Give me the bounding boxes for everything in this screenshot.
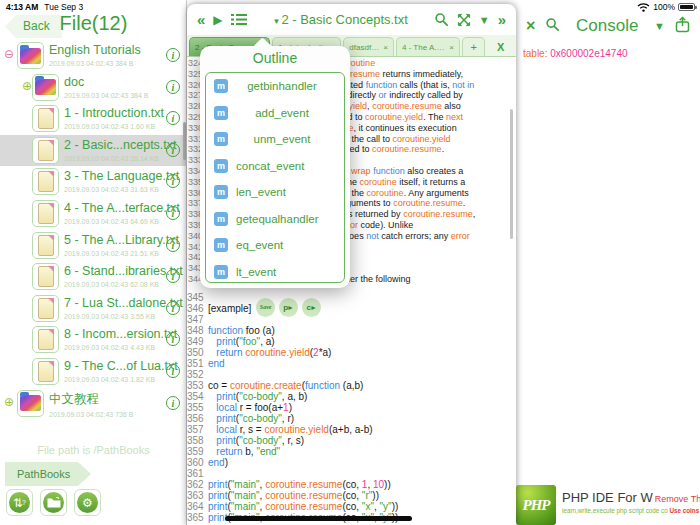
new-tab-button[interactable]: + [462, 37, 485, 56]
info-icon[interactable]: i [166, 396, 180, 410]
collapse-node-icon[interactable]: ⊖ [4, 48, 14, 60]
close-icon[interactable]: × [526, 18, 535, 34]
file-list-item[interactable]: 4 - The A...terface.txt2019.09.03 04:02:… [0, 198, 187, 230]
line-number: 355 [187, 402, 208, 413]
line-text: function foo (a) [208, 325, 275, 336]
app-screen: 4:13 AMTue Sep 3 Back File(12) ⊖English … [0, 0, 700, 525]
run-script-icon[interactable]: ▶ [213, 13, 222, 27]
search-icon[interactable] [434, 12, 449, 27]
status-date: Tue Sep 3 [44, 2, 83, 12]
file-list-item[interactable]: ⊕doc2019.09.03 04:02:43 384 Bi [0, 72, 187, 104]
expand-icon[interactable] [457, 13, 471, 27]
expand-node-icon[interactable]: ⊕ [22, 80, 32, 92]
expand-node-icon[interactable]: ⊕ [4, 396, 14, 408]
tab-label: dfasdf.lua [349, 43, 379, 52]
tab-close-icon[interactable]: × [383, 43, 388, 52]
settings-button[interactable]: ⚙ [74, 489, 101, 516]
line-text: print("foo", a) [208, 336, 275, 347]
file-list-item[interactable]: 6 - Stand...ibraries.txt2019.09.03 04:02… [0, 261, 187, 293]
file-name: doc [64, 75, 148, 89]
tab-close-icon[interactable]: × [449, 43, 454, 52]
line-number: 358 [187, 435, 208, 446]
line-number: 357 [187, 424, 208, 435]
file-list-item[interactable]: 5 - The A...Library.txt2019.09.03 04:02:… [0, 230, 187, 262]
info-icon[interactable]: i [166, 364, 180, 378]
sidebar-scrollbar[interactable] [183, 122, 186, 160]
outline-item[interactable]: mlen_event [206, 179, 344, 206]
editor-tab[interactable]: 4 - The A...nts× [396, 37, 460, 56]
file-meta: 2019.09.03 04:02:43 64.69 KB [64, 218, 180, 225]
line-number: 365 [187, 512, 208, 523]
example-save-button[interactable]: Save [256, 298, 275, 317]
file-list-item[interactable]: 8 - Incom...ersion.txt2019.09.03 04:02:4… [0, 324, 187, 356]
outline-item[interactable]: mgetequalhandler [206, 206, 344, 233]
outline-item[interactable]: mgetbinhandler [206, 73, 344, 100]
current-file-dropdown[interactable]: ▼2 - Basic Concepts.txt [255, 12, 426, 27]
info-icon[interactable]: i [166, 301, 180, 315]
info-icon[interactable]: i [166, 206, 180, 220]
editor-line: 347 [187, 314, 516, 325]
console-filter-icon[interactable]: ▼ [654, 20, 665, 32]
outline-item[interactable]: munm_event [206, 126, 344, 153]
line-text: local r, s = coroutine.yield(a+b, a-b) [208, 424, 373, 435]
info-icon[interactable]: i [166, 48, 180, 62]
outline-item[interactable]: mconcat_event [206, 153, 344, 180]
info-icon[interactable]: i [166, 143, 180, 157]
editor-tab[interactable]: dfasdf.lua× [343, 37, 394, 56]
info-icon[interactable]: i [166, 80, 180, 94]
info-icon[interactable]: i [166, 111, 180, 125]
open-folder-button[interactable] [40, 489, 67, 516]
console-line: table: 0x600002e14740 [523, 48, 628, 59]
folder-icon [17, 390, 44, 417]
file-icon [32, 263, 59, 290]
remove-ads-link[interactable]: Remove The Ads [655, 494, 700, 504]
home-indicator[interactable] [225, 516, 412, 521]
example-run-coroutine-button[interactable]: c► [302, 298, 321, 317]
file-list-item[interactable]: ⊖English Tutorials2019.09.03 04:02:43 38… [0, 40, 187, 72]
editor-line: 354 print("co-body", a, b) [187, 391, 516, 402]
editor-line: 350 return coroutine.yield(2*a) [187, 347, 516, 358]
collapse-right-icon[interactable]: » [498, 11, 506, 28]
use-coins-link[interactable]: Use coins to remove ads [669, 507, 700, 514]
line-text: print("co-body", r) [208, 413, 294, 424]
status-bar-right: 100% [637, 2, 695, 12]
editor-line: 364print("main", coroutine.resume(co, "x… [187, 501, 516, 512]
folder-icon [43, 492, 64, 513]
file-icon [32, 105, 59, 132]
file-list-item[interactable]: 2 - Basic...ncepts.txt2019.09.03 04:02:4… [0, 135, 187, 167]
editor-line: 353co = coroutine.create(function (a,b) [187, 380, 516, 391]
outline-icon[interactable] [231, 13, 247, 26]
line-text: print("main", coroutine.resume(co, "r")) [208, 490, 379, 501]
pathbooks-breadcrumb[interactable]: PathBooks [5, 462, 91, 486]
sort-button[interactable]: ⇅? [6, 489, 33, 516]
info-icon[interactable]: i [166, 238, 180, 252]
file-list-item[interactable]: 3 - The Language.txt2019.09.03 04:02:43 … [0, 166, 187, 198]
file-meta: 2019.09.03 04:02:43 21.51 KB [64, 250, 179, 257]
outline-item[interactable]: mlt_event [206, 259, 344, 284]
method-badge-icon: m [214, 238, 228, 252]
share-icon[interactable] [675, 16, 690, 37]
editor-line: 346[example] Savep►c► [187, 303, 516, 314]
file-list-item[interactable]: 9 - The C...of Lua.txt2019.09.03 04:02:4… [0, 356, 187, 388]
method-badge-icon: m [214, 132, 228, 146]
line-number: 346 [187, 303, 208, 314]
close-all-tabs-button[interactable]: X [487, 37, 514, 56]
console-search-icon[interactable] [545, 17, 560, 36]
editor-line: 356 print("co-body", r) [187, 413, 516, 424]
sort-icon: ⇅? [9, 492, 30, 513]
file-list-item[interactable]: ⊕中文教程2019.09.03 04:02:43 736 Bi [0, 388, 187, 420]
outline-item[interactable]: meq_event [206, 232, 344, 259]
file-list-item[interactable]: 1 - Introduction.txt2019.09.03 04:02:43 … [0, 103, 187, 135]
file-info: 9 - The C...of Lua.txt2019.09.03 04:02:4… [64, 359, 178, 383]
console-title: Console [570, 16, 644, 36]
outline-item[interactable]: madd_event [206, 100, 344, 127]
file-list-item[interactable]: 7 - Lua St...dalone.txt2019.09.03 04:02:… [0, 293, 187, 325]
outline-item-label: len_event [236, 186, 286, 198]
ad-banner[interactable]: PHP PHP IDE For WRemove The Ads learn,wr… [516, 485, 700, 525]
info-icon[interactable]: i [166, 332, 180, 346]
editor-scrollbar[interactable] [510, 109, 513, 239]
filter-dropdown-icon[interactable]: ▼ [479, 14, 490, 26]
file-list-title: File(12) [0, 12, 187, 35]
example-run-program-button[interactable]: p► [279, 298, 298, 317]
collapse-left-icon[interactable]: « [197, 11, 205, 28]
